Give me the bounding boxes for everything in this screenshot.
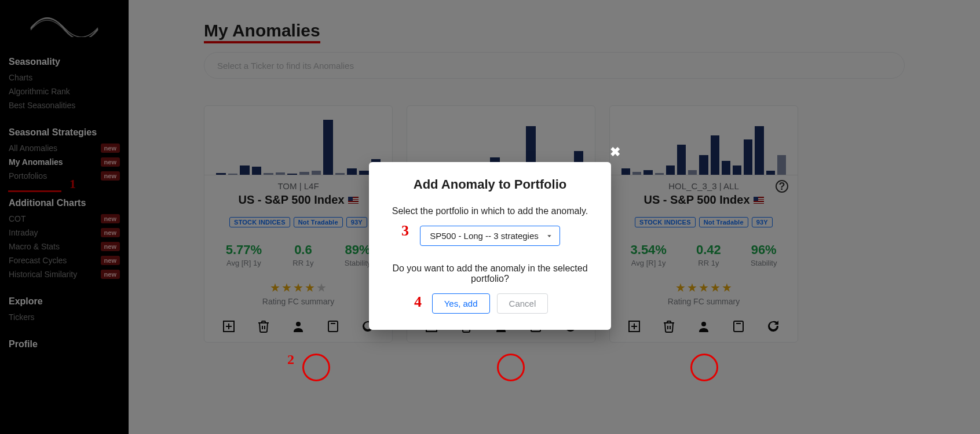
modal-wrapper: ✖ Add Anomaly to Portfolio Select the po… [0, 0, 980, 434]
modal-close-button[interactable]: ✖ [610, 145, 620, 160]
modal-instruction: Select the portfolio in which to add the… [386, 206, 594, 216]
add-to-portfolio-modal: ✖ Add Anomaly to Portfolio Select the po… [369, 162, 611, 330]
modal-title: Add Anomaly to Portfolio [386, 177, 594, 192]
annotation-3: 3 [401, 222, 409, 240]
cancel-button[interactable]: Cancel [497, 293, 548, 314]
portfolio-select[interactable]: SP500 - Long -- 3 strategies [420, 226, 560, 246]
yes-add-button[interactable]: Yes, add [432, 293, 490, 314]
portfolio-select-value: SP500 - Long -- 3 strategies [430, 231, 539, 241]
modal-confirm-question: Do you want to add the anomaly in the se… [386, 263, 594, 284]
annotation-4: 4 [414, 293, 422, 311]
